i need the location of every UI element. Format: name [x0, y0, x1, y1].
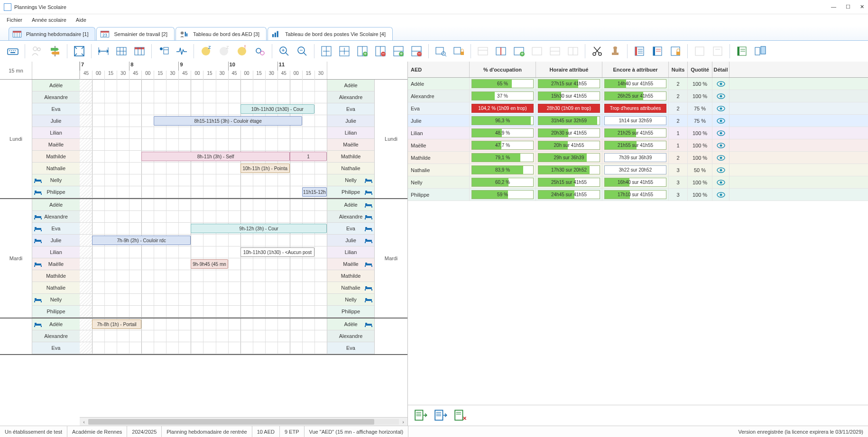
- schedule-event[interactable]: 7h-9h (2h) - Couloir rdc: [92, 236, 191, 245]
- person-name-left[interactable]: Philippe: [32, 306, 80, 317]
- schedule-grid[interactable]: [80, 306, 327, 317]
- person-schedule-icon[interactable]: [156, 43, 172, 59]
- schedule-grid[interactable]: 7h-9h (2h) - Couloir rdc: [80, 235, 327, 246]
- table-add-icon[interactable]: +: [511, 43, 527, 59]
- col-encore[interactable]: Encore à attribuer: [602, 62, 669, 77]
- schedule-row[interactable]: PhilippePhilippe: [32, 306, 374, 318]
- schedule-event[interactable]: 9h-9h45 (45 mn: [191, 259, 228, 269]
- detail-button[interactable]: [712, 139, 729, 151]
- person-name-left[interactable]: Lilian: [32, 246, 80, 258]
- person-name-left[interactable]: Julie: [32, 235, 80, 246]
- schedule-grid[interactable]: [80, 127, 327, 138]
- schedule-grid[interactable]: [80, 342, 327, 354]
- tab-3[interactable]: Tableau de bord des postes Vie Scolaire …: [268, 27, 393, 40]
- export-schedule-button[interactable]: [434, 410, 448, 422]
- detail-button[interactable]: [712, 115, 729, 127]
- schedule-row[interactable]: AdèleAdèle: [32, 80, 374, 91]
- person-name-left[interactable]: Alexandre: [32, 91, 80, 103]
- person-name-right[interactable]: Mathilde: [327, 151, 374, 162]
- schedule-grid[interactable]: 10h-11h30 (1h30) - <Aucun post: [80, 246, 327, 258]
- detail-button[interactable]: [712, 127, 729, 139]
- person-name-right[interactable]: Eva: [327, 223, 374, 234]
- schedule-event[interactable]: 11h15-12h: [302, 187, 327, 197]
- person-name-right[interactable]: Adèle: [327, 80, 374, 91]
- person-name-right[interactable]: Philippe: [327, 186, 374, 198]
- person-name-left[interactable]: Eva: [32, 342, 80, 354]
- pulse-icon[interactable]: [174, 43, 190, 59]
- schedule-row[interactable]: EvaEva: [32, 342, 374, 354]
- schedule-row[interactable]: AlexandreAlexandre: [32, 330, 374, 342]
- row-del-icon[interactable]: −: [408, 43, 425, 59]
- schedule-grid[interactable]: 9h-9h45 (45 mn: [80, 258, 327, 270]
- summary-row[interactable]: Maëlle47,7 %20h sur 41h5521h55 sur 41h55…: [408, 139, 868, 152]
- schedule-row[interactable]: AlexandreAlexandre: [32, 211, 374, 223]
- list-red-icon[interactable]: [631, 43, 647, 59]
- schedule-grid[interactable]: [80, 80, 327, 91]
- schedule-row[interactable]: NathalieNathalie: [32, 282, 374, 294]
- grid-cells-icon[interactable]: [113, 43, 129, 59]
- tab-1[interactable]: 23Semainier de travail [2]: [96, 27, 175, 40]
- col-del-icon[interactable]: −: [372, 43, 388, 59]
- maximize-button[interactable]: ☐: [846, 4, 850, 10]
- person-name-right[interactable]: Alexandre: [327, 330, 374, 342]
- person-name-right[interactable]: Adèle: [327, 319, 374, 330]
- tab-0[interactable]: Planning hebdomadaire [1]: [9, 27, 95, 40]
- summary-row[interactable]: Nathalie83,9 %17h30 sur 20h523h22 sur 20…: [408, 164, 868, 176]
- schedule-row[interactable]: MaëlleMaëlle: [32, 139, 374, 151]
- schedule-row[interactable]: LilianLilian: [32, 127, 374, 139]
- person-name-right[interactable]: Nathalie: [327, 282, 374, 293]
- schedule-event[interactable]: 10h-11h30 (1h30) - <Aucun post: [240, 247, 314, 257]
- person-name-left[interactable]: Maëlle: [32, 258, 80, 270]
- person-name-right[interactable]: Alexandre: [327, 211, 374, 222]
- schedule-grid[interactable]: [80, 330, 327, 342]
- summary-row[interactable]: Adèle65 %27h15 sur 41h5514h40 sur 41h552…: [408, 78, 868, 90]
- person-name-left[interactable]: Julie: [32, 115, 80, 127]
- schedule-row[interactable]: NellyNelly: [32, 174, 374, 186]
- person-name-left[interactable]: Adèle: [32, 319, 80, 330]
- person-name-right[interactable]: Eva: [327, 342, 374, 354]
- schedule-grid[interactable]: 8h15-11h15 (3h) - Couloir étage: [80, 115, 327, 127]
- schedule-event[interactable]: 10h-11h (1h) - Pointa: [240, 164, 290, 173]
- person-name-left[interactable]: Eva: [32, 223, 80, 234]
- summary-row[interactable]: Nelly60,2 %25h15 sur 41h5516h40 sur 41h5…: [408, 176, 868, 189]
- menu-help[interactable]: Aide: [72, 16, 90, 24]
- lock-grid-icon[interactable]: [451, 43, 467, 59]
- schedule-grid[interactable]: 10h-11h30 (1h30) - Cour: [80, 103, 327, 115]
- schedule-event[interactable]: 10h-11h30 (1h30) - Cour: [240, 104, 314, 114]
- schedule-grid[interactable]: [80, 139, 327, 150]
- signpost-icon[interactable]: [47, 43, 63, 59]
- detail-button[interactable]: [712, 189, 729, 200]
- schedule-grid[interactable]: 9h-12h (3h) - Cour: [80, 223, 327, 234]
- schedule-grid[interactable]: [80, 211, 327, 222]
- schedule-row[interactable]: Nathalie10h-11h (1h) - PointaNathalie: [32, 163, 374, 174]
- moon-alert-icon[interactable]: !: [234, 43, 250, 59]
- schedule-grid[interactable]: 11h15-12h: [80, 186, 327, 198]
- col-quotite[interactable]: Quotité: [688, 62, 712, 77]
- schedule-row[interactable]: Julie8h15-11h15 (3h) - Couloir étageJuli…: [32, 115, 374, 127]
- person-name-left[interactable]: Adèle: [32, 199, 80, 210]
- detail-button[interactable]: [712, 152, 729, 164]
- schedule-grid[interactable]: [80, 199, 327, 210]
- panels-icon[interactable]: [752, 43, 768, 59]
- horizontal-scrollbar[interactable]: ‹ ›: [80, 417, 407, 426]
- detail-button[interactable]: [712, 176, 729, 188]
- person-name-right[interactable]: Philippe: [327, 306, 374, 317]
- person-name-right[interactable]: Adèle: [327, 199, 374, 210]
- person-name-left[interactable]: Mathilde: [32, 270, 80, 282]
- person-name-left[interactable]: Maëlle: [32, 139, 80, 150]
- scissors-icon[interactable]: [589, 43, 605, 59]
- schedule-grid[interactable]: [80, 91, 327, 103]
- menu-file[interactable]: Fichier: [3, 16, 26, 24]
- schedule-row[interactable]: Mathilde8h-11h (3h) - Self1Mathilde: [32, 151, 374, 163]
- schedule-grid[interactable]: [80, 282, 327, 293]
- schedule-grid[interactable]: 10h-11h (1h) - Pointa: [80, 163, 327, 174]
- col-add-icon[interactable]: +: [354, 43, 370, 59]
- schedule-row[interactable]: Eva10h-11h30 (1h30) - CourEva: [32, 103, 374, 115]
- resize-grid-icon[interactable]: [71, 43, 87, 59]
- summary-row[interactable]: Mathilde79,1 %29h sur 36h397h39 sur 36h3…: [408, 152, 868, 164]
- zoom-in-icon[interactable]: [276, 43, 292, 59]
- schedule-row[interactable]: Philippe11h15-12hPhilippe: [32, 186, 374, 198]
- person-name-left[interactable]: Nathalie: [32, 282, 80, 293]
- summary-green-icon[interactable]: [734, 43, 750, 59]
- person-name-left[interactable]: Adèle: [32, 80, 80, 91]
